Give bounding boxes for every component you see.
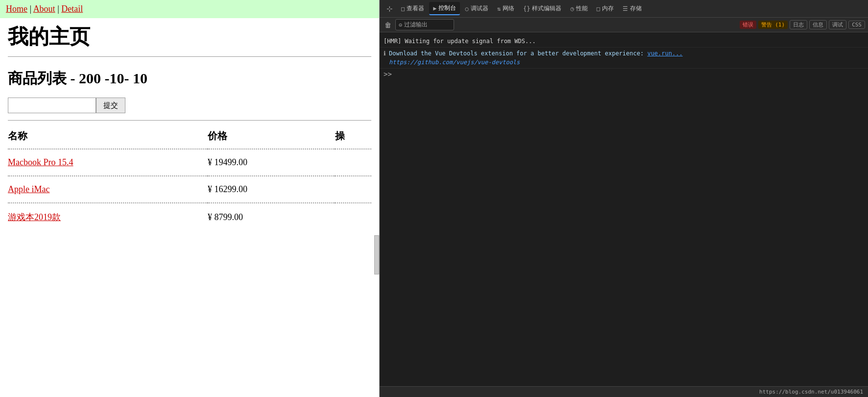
hmr-text: [HMR] Waiting for update signal from WDS… xyxy=(384,37,536,46)
memory-icon: □ xyxy=(597,5,600,12)
tab-network[interactable]: ⇅ 网络 xyxy=(493,2,518,15)
performance-icon: ◷ xyxy=(570,5,574,12)
tab-inspector-label: 查看器 xyxy=(407,4,424,13)
devtools-console: [HMR] Waiting for update signal from WDS… xyxy=(380,32,868,386)
product-name-cell: Macbook Pro 15.4 xyxy=(8,149,208,176)
devtools-statusbar: https://blog.csdn.net/u013946061 xyxy=(380,386,868,397)
vue-devtools-url[interactable]: https://github.com/vuejs/vue-devtools xyxy=(389,59,520,66)
tab-console[interactable]: ▶ 控制台 xyxy=(429,2,460,15)
search-input[interactable] xyxy=(8,98,96,113)
tab-performance[interactable]: ◷ 性能 xyxy=(566,2,591,15)
vue-run-link[interactable]: vue.run... xyxy=(647,50,682,57)
tab-style-editor-label: 样式编辑器 xyxy=(532,4,561,13)
product-name-cell: 游戏本2019款 xyxy=(8,203,208,231)
console-icon: ▶ xyxy=(433,5,436,12)
tab-network-label: 网络 xyxy=(503,4,514,13)
tab-style-editor[interactable]: {} 样式编辑器 xyxy=(519,2,565,15)
product-name-link[interactable]: 游戏本2019款 xyxy=(8,212,61,222)
product-table: 名称 价格 操 Macbook Pro 15.4 ¥ 19499.00 Appl… xyxy=(8,125,371,231)
devtools-secondary-bar: 🗑 ⊝ 过滤输出 错误 警告 (1) 日志 信息 调试 CSS xyxy=(380,18,868,32)
product-action-cell xyxy=(335,176,371,203)
badge-warning[interactable]: 警告 (1) xyxy=(758,21,788,29)
nav-detail[interactable]: Detail xyxy=(61,4,83,14)
devtools-panel: ⊹ □ 查看器 ▶ 控制台 ○ 调试器 ⇅ 网络 {} 样式编辑器 ◷ 性能 □… xyxy=(380,0,868,397)
table-row: 游戏本2019款 ¥ 8799.00 xyxy=(8,203,371,231)
badge-info[interactable]: 信息 xyxy=(809,20,827,29)
col-extra-header: 操 xyxy=(335,125,371,149)
table-row: Apple iMac ¥ 16299.00 xyxy=(8,176,371,203)
nav-about[interactable]: About xyxy=(33,4,55,14)
filter-input-area[interactable]: ⊝ 过滤输出 xyxy=(395,19,454,30)
product-price-cell: ¥ 16299.00 xyxy=(208,176,335,203)
style-editor-icon: {} xyxy=(523,5,530,12)
tab-inspector[interactable]: □ 查看器 xyxy=(397,2,428,15)
badge-debug[interactable]: 调试 xyxy=(829,20,846,29)
table-row: Macbook Pro 15.4 ¥ 19499.00 xyxy=(8,149,371,176)
info-icon: ℹ xyxy=(384,49,386,58)
clear-console-button[interactable]: 🗑 xyxy=(383,20,393,30)
product-name-cell: Apple iMac xyxy=(8,176,208,203)
info-text: Download the Vue Devtools extension for … xyxy=(389,50,644,57)
tab-memory-label: 内存 xyxy=(602,4,614,13)
col-name-header: 名称 xyxy=(8,125,208,149)
filter-placeholder-label: 过滤输出 xyxy=(404,21,428,29)
product-tbody: Macbook Pro 15.4 ¥ 19499.00 Apple iMac ¥… xyxy=(8,149,371,231)
product-heading: 商品列表 - 200 -10- 10 xyxy=(0,60,379,98)
storage-icon: ☰ xyxy=(623,5,628,12)
console-line-hmr: [HMR] Waiting for update signal from WDS… xyxy=(380,35,868,48)
scrollbar-track[interactable] xyxy=(374,235,379,274)
console-line-info: ℹ Download the Vue Devtools extension fo… xyxy=(380,48,868,69)
search-area: 提交 xyxy=(0,98,379,118)
tab-debugger-label: 调试器 xyxy=(471,4,488,13)
search-button[interactable]: 提交 xyxy=(96,98,125,113)
tab-performance-label: 性能 xyxy=(576,4,588,13)
page-title: 我的主页 xyxy=(0,18,379,53)
nav-home[interactable]: Home xyxy=(6,4,27,14)
col-price-header: 价格 xyxy=(208,125,335,149)
debugger-icon: ○ xyxy=(465,5,468,12)
network-icon: ⇅ xyxy=(497,5,501,12)
product-price-cell: ¥ 8799.00 xyxy=(208,203,335,231)
devtools-toolbar: ⊹ □ 查看器 ▶ 控制台 ○ 调试器 ⇅ 网络 {} 样式编辑器 ◷ 性能 □… xyxy=(380,0,868,18)
product-action-cell xyxy=(335,203,371,231)
product-price-cell: ¥ 19499.00 xyxy=(208,149,335,176)
tab-storage-label: 存储 xyxy=(630,4,642,13)
nav-sep1: | xyxy=(30,4,32,14)
filter-icon: ⊝ xyxy=(399,22,402,28)
statusbar-url: https://blog.csdn.net/u013946061 xyxy=(759,389,863,395)
product-name-link[interactable]: Macbook Pro 15.4 xyxy=(8,157,73,167)
inspector-icon: □ xyxy=(401,5,405,12)
tab-storage[interactable]: ☰ 存储 xyxy=(619,2,646,15)
tab-debugger[interactable]: ○ 调试器 xyxy=(461,2,492,15)
console-prompt: >> xyxy=(380,69,868,79)
tab-memory[interactable]: □ 内存 xyxy=(593,2,618,15)
badge-css[interactable]: CSS xyxy=(848,21,865,29)
info-content: Download the Vue Devtools extension for … xyxy=(389,49,683,67)
web-panel: Home | About | Detail 我的主页 商品列表 - 200 -1… xyxy=(0,0,380,397)
table-header-row: 名称 价格 操 xyxy=(8,125,371,149)
badge-error[interactable]: 错误 xyxy=(740,21,756,29)
badge-log[interactable]: 日志 xyxy=(790,20,807,29)
tab-console-label: 控制台 xyxy=(438,4,456,12)
product-action-cell xyxy=(335,149,371,176)
nav-bar: Home | About | Detail xyxy=(0,0,379,18)
cursor-icon-btn[interactable]: ⊹ xyxy=(383,2,396,16)
product-name-link[interactable]: Apple iMac xyxy=(8,184,49,194)
nav-sep2: | xyxy=(57,4,59,14)
title-divider xyxy=(8,56,371,57)
search-divider xyxy=(8,120,371,121)
